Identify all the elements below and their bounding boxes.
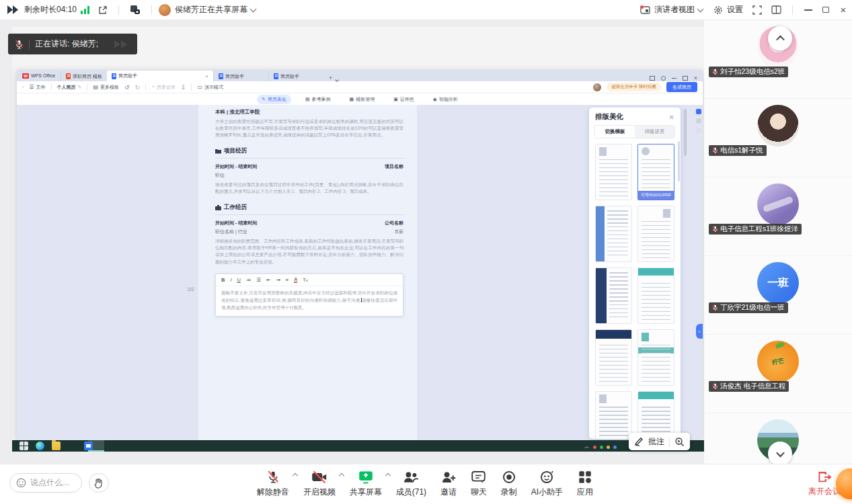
tab-switch-template[interactable]: 切换模板 [595,126,635,138]
project-tip-text[interactable]: 描述你参与过的项目及你在项目过程中所作的工作(负责、量化),内容简洁清晰,突出于… [215,181,403,195]
wps-user-avatar[interactable] [593,83,601,91]
restore-button[interactable] [817,1,835,19]
speaker-view-icon[interactable] [640,5,650,14]
bold-icon[interactable]: B [221,277,225,283]
wps-restore-icon[interactable] [683,76,688,81]
split-view-icon[interactable] [771,5,781,14]
doc-tab-resume-assistant[interactable]: 简历助手 [213,71,268,81]
chevron-down-icon[interactable] [250,5,257,12]
dock-app-icon[interactable] [696,118,701,124]
settings-label[interactable]: 设置 [727,4,743,15]
video-tile[interactable]: 柠芒 汤俊杰 电子信息工程 [704,335,852,413]
annotate-label[interactable]: 批注 [648,436,664,448]
gear-icon[interactable] [713,5,723,15]
work-position-line[interactable]: 职位名称 | 行业 [215,228,247,235]
invite-button[interactable]: 邀请 [440,467,457,502]
panel-close-icon[interactable]: ✕ [669,114,674,121]
more-templates-button[interactable]: ▤更多模板 [93,84,119,91]
underline-icon[interactable]: U [237,277,241,283]
template-thumbnail[interactable] [595,391,632,439]
undo-icon[interactable]: ↺ [124,84,130,91]
company-name-label[interactable]: 公司名称 [385,220,403,226]
quick-chat-input[interactable]: 说点什么... [9,473,82,493]
doc-tab-template[interactable]: 求职简历 模板 [61,71,107,81]
unordered-list-icon[interactable]: ☰ [256,277,261,283]
wps-minimize-icon[interactable] [672,78,676,79]
project-position-label[interactable]: 职位 [215,172,225,179]
back-icon[interactable]: ‹ [22,85,24,89]
clear-format-icon[interactable]: Tx [303,277,308,283]
education-degree-line[interactable]: 本科 | 淮北理工学院 [215,109,403,116]
italic-icon[interactable]: I [230,277,231,283]
raise-hand-button[interactable] [89,473,109,493]
chevron-up-icon[interactable] [385,473,391,478]
salary-label[interactable]: 月薪 [394,228,403,235]
tab-smart-analysis[interactable]: ◉智能分析 [428,95,463,104]
doc-tab-resume-assistant[interactable]: 简历助手 [268,71,323,81]
wps-close-icon[interactable]: × [694,75,697,81]
dock-app-icon[interactable] [696,128,701,133]
align-icon[interactable]: ≡ [286,277,288,283]
project-time-label[interactable]: 开始时间 - 结束时间 [215,163,257,170]
tray-expand-icon[interactable]: ︿ [584,444,590,450]
tray-icon[interactable] [613,446,617,449]
start-video-button[interactable]: 开启视频 [303,467,336,502]
tab-layout-settings[interactable]: 排版设置 [635,126,674,138]
tab-template-manage[interactable]: ▦模板管理 [345,95,380,104]
ai-assistant-button[interactable]: AI小助手 [531,467,563,502]
security-icon[interactable] [130,5,141,15]
unmute-button[interactable]: 解除静音 [257,467,289,502]
template-thumbnail[interactable] [637,391,674,439]
record-button[interactable]: 录制 [501,467,517,502]
chevron-down-icon[interactable] [697,5,704,12]
tray-icon[interactable] [593,446,596,449]
template-thumbnail[interactable] [637,206,674,262]
apps-button[interactable]: 应用 [577,467,593,502]
indent-increase-icon[interactable]: ⇥ [276,277,280,283]
generate-resume-button[interactable]: 生成简历 [666,82,697,92]
template-thumbnail[interactable] [595,206,632,262]
present-mode-icon[interactable] [650,76,655,81]
file-menu[interactable]: ☰文件 [29,84,45,91]
pencil-icon[interactable] [634,437,644,446]
project-name-label[interactable]: 项目名称 [385,163,403,170]
scroll-up-button[interactable] [768,26,792,50]
chevron-up-icon[interactable] [293,473,298,478]
chat-button[interactable]: 聊天 [471,467,487,502]
file-explorer-icon[interactable] [52,442,61,450]
doc-tab-resume-assistant-active[interactable]: 简历助手 × [107,71,213,81]
tab-resume-beautify[interactable]: ✎简历美化 [257,95,291,104]
members-button[interactable]: 成员(71) [396,467,426,502]
panel-collapse-handle[interactable]: ‹ [696,324,703,339]
tray-icon[interactable] [607,446,610,449]
tab-reference-cases[interactable]: ▤参考案例 [301,95,336,104]
close-tab-icon[interactable]: × [205,73,208,79]
edge-browser-icon[interactable] [36,442,44,450]
redo-icon[interactable]: ↻ [135,84,141,91]
template-thumbnail[interactable] [595,329,632,386]
work-time-label[interactable]: 开始时间 - 结束时间 [215,220,257,226]
fullscreen-icon[interactable] [752,5,762,15]
video-tile[interactable]: 电信s1解子悦 [704,99,852,177]
work-tip-text[interactable]: 详细描述你的职责范围、工作内容和工作成果,最新的工作经验放在最前,描述尽量简洁,… [215,238,403,265]
new-tab-button[interactable]: + [329,75,332,81]
meeting-app-icon[interactable] [84,442,93,450]
scroll-down-button[interactable] [768,442,792,464]
wps-home-tab[interactable]: W WPS Office [17,70,61,81]
resume-page[interactable]: 本科 | 淮北理工学院 大学之前的教育经历建议不写,尽量写与求职行业或者求职岗位… [198,105,417,440]
minimize-button[interactable] [800,1,817,19]
share-screen-button[interactable]: 共享屏幕 [350,467,382,502]
vip-promo-pill[interactable]: 超级会员年卡 限时特惠 [607,83,661,91]
history-button[interactable]: ◔历史记录 [151,84,176,91]
skin-icon[interactable] [661,76,666,81]
indent-decrease-icon[interactable]: ⇤ [266,277,270,283]
template-thumbnail[interactable] [595,267,632,324]
sharing-status-label[interactable]: 侯绪芳正在共享屏幕 [175,4,247,15]
document-scrollbar[interactable] [684,109,687,156]
font-color-icon[interactable]: A [294,277,297,284]
zoom-magnifier-icon[interactable] [674,437,685,447]
tray-icon[interactable] [600,446,603,449]
tab-id-photo[interactable]: ▣证件照 [389,95,419,104]
doc-title[interactable]: 个人简历✎ [57,84,82,91]
dock-app-icon[interactable] [696,109,701,114]
